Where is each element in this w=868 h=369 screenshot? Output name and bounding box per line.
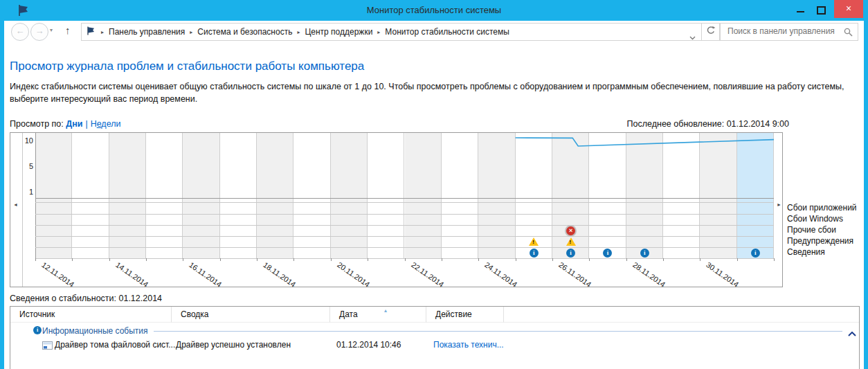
- grid-top-line: [35, 202, 774, 203]
- page-description: Индекс стабильности системы оценивает об…: [10, 80, 864, 105]
- error-icon: [565, 225, 577, 237]
- x-axis-date-label: 14.11.2014: [114, 260, 150, 289]
- x-axis-date-label: 26.11.2014: [557, 260, 593, 289]
- view-days-link[interactable]: Дни: [66, 119, 82, 129]
- breadcrumb-item[interactable]: Система и безопасность: [197, 27, 292, 37]
- axis-tick: [737, 258, 738, 261]
- scroll-left-icon[interactable]: ◄: [13, 202, 18, 207]
- axis-tick: [146, 258, 147, 261]
- row-date: 01.12.2014 10:46: [336, 339, 401, 351]
- event-row-label: Сбои приложений: [787, 202, 857, 213]
- info-icon: [530, 249, 539, 258]
- event-row-label: Предупреждения: [787, 235, 857, 246]
- view-by-bar: Просмотр по: Дни|Недели: [10, 119, 120, 129]
- plot-bottom-line: [35, 198, 774, 199]
- breadcrumb-separator-icon: ▸: [190, 29, 192, 35]
- x-axis-date-label: 28.11.2014: [631, 260, 667, 289]
- breadcrumb-item[interactable]: Монитор стабильности системы: [385, 27, 509, 37]
- navigation-toolbar: ← → ▾ ↑ ▸Панель управления▸Система и без…: [4, 21, 864, 43]
- details-group-label: Информационные события: [42, 325, 148, 337]
- breadcrumb-item[interactable]: Центр поддержки: [305, 27, 372, 37]
- window-border-left: [0, 21, 4, 369]
- info-icon: [603, 249, 612, 258]
- y-axis-tick-label: 1: [22, 188, 33, 196]
- details-column-header[interactable]: Сводка: [172, 307, 330, 323]
- x-axis-date-label: 16.11.2014: [188, 260, 224, 289]
- window-title: Монитор стабильности системы: [0, 0, 868, 21]
- axis-tick: [516, 258, 516, 261]
- axis-tick: [109, 258, 110, 261]
- axis-tick: [220, 258, 221, 261]
- close-icon[interactable]: ×: [834, 0, 863, 18]
- window-border-right: [864, 21, 868, 369]
- axis-tick: [331, 258, 332, 261]
- driver-event-icon: [42, 340, 53, 352]
- axis-tick: [589, 258, 590, 261]
- details-header-filler: [504, 307, 859, 323]
- axis-tick: [774, 258, 775, 261]
- x-axis-date-label: 24.11.2014: [483, 260, 518, 289]
- up-one-level-icon[interactable]: ↑: [65, 24, 71, 36]
- warning-icon: [566, 237, 576, 246]
- breadcrumb-separator-icon: ▸: [297, 29, 300, 35]
- address-dropdown-chevron-icon[interactable]: [689, 30, 696, 43]
- grid-row-line: [35, 214, 774, 215]
- title-bar: Монитор стабильности системы ×: [0, 0, 868, 21]
- event-row-label: Сбои Windows: [787, 213, 857, 224]
- details-column-header[interactable]: Действие: [426, 307, 504, 323]
- axis-tick: [700, 258, 700, 261]
- info-icon: [751, 249, 760, 258]
- minimize-icon[interactable]: [797, 11, 804, 12]
- x-axis-date-label: 12.11.2014: [40, 260, 75, 289]
- details-column-header[interactable]: Источник: [10, 307, 172, 323]
- details-pane: ▴ Информационные события ИсточникСводкаД…: [10, 306, 860, 369]
- axis-tick: [35, 258, 36, 261]
- axis-tick: [368, 258, 368, 261]
- scroll-right-icon[interactable]: ►: [777, 202, 781, 207]
- warning-icon: [529, 237, 539, 246]
- recent-pages-dropdown-icon[interactable]: ▾: [50, 27, 53, 33]
- address-bar[interactable]: ▸Панель управления▸Система и безопасност…: [81, 23, 702, 41]
- page-title: Просмотр журнала проблем и стабильности …: [10, 60, 364, 73]
- action-center-flag-small-icon: [86, 26, 96, 39]
- collapse-group-chevron-icon[interactable]: [848, 327, 856, 339]
- view-weeks-link[interactable]: Недели: [91, 119, 121, 129]
- breadcrumb-item[interactable]: Панель управления: [109, 27, 185, 37]
- event-row-label: Прочие сбои: [787, 224, 857, 235]
- y-axis-tick-label: 5: [22, 162, 33, 170]
- event-row-label: Сведения: [787, 246, 857, 258]
- forward-icon[interactable]: →: [30, 23, 48, 41]
- axis-tick: [478, 258, 479, 261]
- stability-index-line: [35, 133, 774, 198]
- axis-tick: [442, 258, 442, 261]
- x-axis-date-label: 20.11.2014: [336, 260, 371, 289]
- axis-tick: [405, 258, 406, 261]
- row-source: Драйвер тома файловой сист...: [55, 339, 175, 351]
- search-box[interactable]: [720, 23, 858, 41]
- search-icon: [844, 28, 853, 37]
- breadcrumb: ▸Панель управления▸Система и безопасност…: [96, 27, 509, 37]
- x-axis-date-label: 30.11.2014: [705, 260, 740, 289]
- x-axis-date-label: 22.11.2014: [410, 260, 445, 289]
- reliability-chart: 105112.11.201414.11.201416.11.201418.11.…: [10, 132, 783, 287]
- y-axis-tick-label: 10: [22, 136, 33, 145]
- view-by-label: Просмотр по:: [10, 119, 64, 129]
- grid-row-line: [35, 247, 774, 248]
- details-title: Сведения о стабильности: 01.12.2014: [10, 294, 162, 303]
- grid-row-line: [35, 236, 774, 237]
- axis-tick: [257, 258, 257, 261]
- chart-row-labels: Сбои приложенийСбои WindowsПрочие сбоиПр…: [787, 202, 857, 258]
- refresh-button[interactable]: [701, 23, 720, 41]
- row-action-link[interactable]: Показать технич...: [433, 339, 504, 351]
- maximize-icon[interactable]: [817, 6, 826, 15]
- details-column-header[interactable]: Дата: [330, 307, 426, 323]
- row-summary: Драйвер успешно установлен: [176, 339, 291, 351]
- chart-gutter-line: [22, 133, 23, 287]
- x-axis-date-label: 18.11.2014: [262, 260, 297, 289]
- info-icon: [566, 249, 575, 258]
- axis-tick: [293, 258, 294, 261]
- axis-tick: [183, 258, 183, 261]
- back-icon[interactable]: ←: [11, 23, 29, 41]
- search-input[interactable]: [726, 26, 840, 37]
- info-icon: [640, 249, 649, 258]
